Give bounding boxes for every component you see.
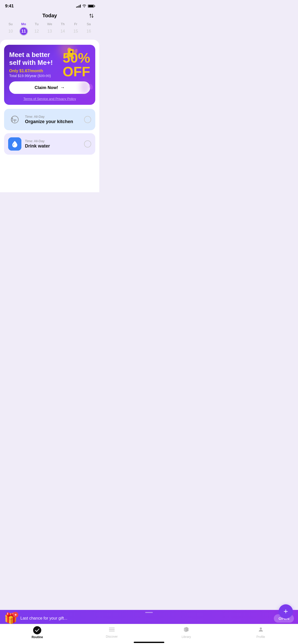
signal-icon (76, 5, 81, 8)
habit-checkbox-water[interactable] (84, 140, 91, 148)
habit-info-kitchen: Time: All-Day Organize your kitchen (25, 115, 80, 124)
promo-total: Total $19.99/year ($39.99) (9, 74, 63, 78)
habit-checkbox-kitchen[interactable] (84, 116, 91, 123)
habit-time-water: Time: All-Day (25, 139, 80, 143)
water-icon (8, 137, 21, 151)
battery-icon (88, 5, 94, 8)
header: Today (0, 10, 99, 22)
habit-card-water: Time: All-Day Drink water (4, 133, 95, 155)
calendar-day-tu[interactable]: Tu 12 (30, 22, 43, 36)
promo-discount-area: 50% OFF (63, 51, 90, 78)
habit-card-kitchen: Time: All-Day Organize your kitchen (4, 109, 95, 130)
status-time: 9:41 (5, 4, 14, 9)
calendar-day-sa[interactable]: Sa 16 (82, 22, 95, 36)
promo-discount-text: 50% OFF (63, 51, 90, 78)
terms-link[interactable]: Terms of Service and Privacy Policy (9, 97, 90, 101)
calendar-day-mo[interactable]: Mo 11 (17, 22, 30, 36)
calendar-day-su[interactable]: Su 10 (4, 22, 17, 36)
habit-name-water: Drink water (25, 143, 80, 149)
habit-time-kitchen: Time: All-Day (25, 115, 80, 119)
page-title: Today (42, 13, 57, 19)
habit-info-water: Time: All-Day Drink water (25, 139, 80, 149)
claim-button[interactable]: Claim Now! → (9, 81, 90, 94)
promo-card: Meet a better self with Me+! Only $1.67/… (4, 45, 95, 105)
promo-headline: Meet a better self with Me+! (9, 51, 63, 67)
claim-arrow-icon: → (60, 85, 65, 90)
calendar: Su 10 Mo 11 Tu 12 We 13 Th 14 Fr 15 Sa 1… (0, 22, 99, 40)
promo-top: Meet a better self with Me+! Only $1.67/… (9, 51, 90, 78)
calendar-day-we[interactable]: We 13 (43, 22, 56, 36)
wifi-icon (82, 4, 86, 8)
main-content: Meet a better self with Me+! Only $1.67/… (0, 40, 99, 192)
status-bar: 9:41 (0, 0, 99, 10)
habit-name-kitchen: Organize your kitchen (25, 119, 80, 124)
kitchen-icon (8, 113, 21, 126)
promo-text: Meet a better self with Me+! Only $1.67/… (9, 51, 63, 78)
calendar-day-fr[interactable]: Fr 15 (69, 22, 82, 36)
promo-price: Only $1.67/month (9, 69, 63, 73)
status-icons (76, 4, 94, 8)
sort-button[interactable] (89, 13, 94, 19)
calendar-days: Su 10 Mo 11 Tu 12 We 13 Th 14 Fr 15 Sa 1… (4, 22, 95, 36)
calendar-day-th[interactable]: Th 14 (56, 22, 69, 36)
